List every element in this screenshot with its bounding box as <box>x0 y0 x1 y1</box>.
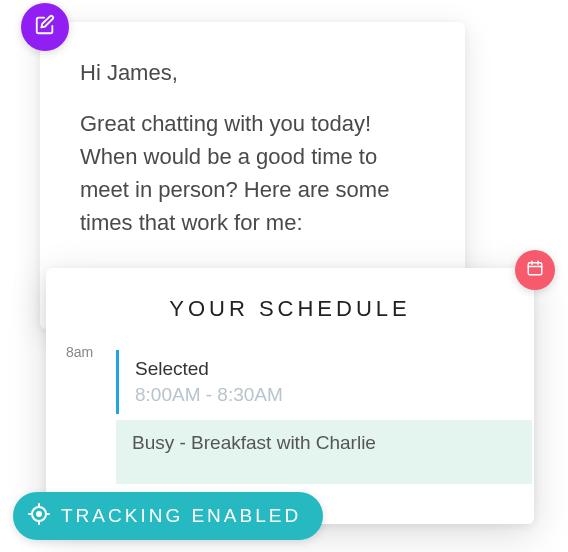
selected-slot-label: Selected <box>135 358 534 380</box>
compose-icon <box>34 14 56 40</box>
svg-point-5 <box>37 512 41 516</box>
time-marker: 8am <box>66 344 93 360</box>
compose-button[interactable] <box>21 3 69 51</box>
schedule-card: YOUR SCHEDULE 8am Selected 8:00AM - 8:30… <box>46 268 534 524</box>
selected-slot-range: 8:00AM - 8:30AM <box>135 384 534 406</box>
busy-slot: Busy - Breakfast with Charlie <box>116 420 532 484</box>
selected-slot[interactable]: Selected 8:00AM - 8:30AM <box>116 350 534 414</box>
message-body: Great chatting with you today! When woul… <box>80 107 425 239</box>
tracking-label: TRACKING ENABLED <box>61 505 301 527</box>
calendar-button[interactable] <box>515 250 555 290</box>
busy-slot-label: Busy - Breakfast with Charlie <box>132 432 516 454</box>
svg-rect-0 <box>528 263 542 275</box>
schedule-body: 8am Selected 8:00AM - 8:30AM Busy - Brea… <box>46 350 534 484</box>
message-greeting: Hi James, <box>80 58 425 89</box>
schedule-header: YOUR SCHEDULE <box>46 268 534 350</box>
target-icon <box>27 502 51 530</box>
calendar-icon <box>526 259 544 281</box>
tracking-pill[interactable]: TRACKING ENABLED <box>13 492 323 540</box>
